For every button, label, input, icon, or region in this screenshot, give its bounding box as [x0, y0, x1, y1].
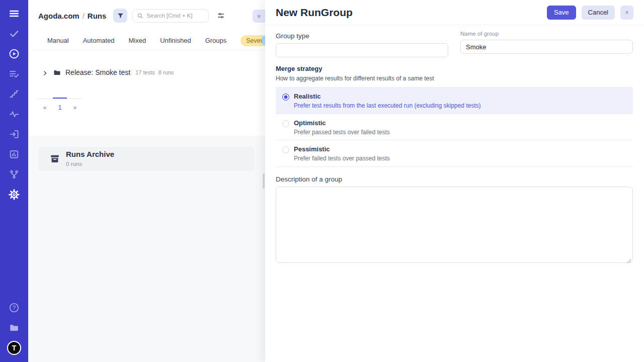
close-button[interactable]: × — [620, 6, 633, 20]
svg-text:?: ? — [13, 305, 16, 311]
option-realistic[interactable]: Realistic Prefer test results from the l… — [276, 87, 633, 114]
app-sidebar: ? T — [0, 0, 28, 362]
merge-strategy-options: Realistic Prefer test results from the l… — [276, 87, 633, 167]
runs-archive-row[interactable]: Runs Archive 0 runs — [38, 147, 255, 171]
pagination: « 1 » — [37, 104, 265, 111]
runs-header: Agoda.com/Runs × — [29, 0, 265, 31]
sliders-icon — [217, 12, 225, 20]
archive-count: 0 runs — [66, 161, 82, 167]
option-description: Prefer failed tests over passed tests — [294, 155, 390, 162]
merge-strategy-hint: How to aggregate results for different r… — [276, 75, 633, 82]
breadcrumb-separator: / — [83, 12, 85, 20]
merge-strategy-label: Merge strategy — [276, 65, 633, 72]
archive-box-icon — [49, 153, 60, 164]
run-group-row[interactable]: Release: Smoke test 17 tests 8 runs — [29, 66, 265, 79]
pagination-prev-button[interactable]: « — [37, 104, 52, 111]
filter-tab-unfinished[interactable]: Unfinished — [160, 37, 191, 44]
settings-gear-icon[interactable] — [8, 189, 20, 201]
group-name-label: Name of group — [460, 31, 633, 37]
clipped-filter-badge[interactable] — [262, 36, 265, 45]
form-header: New RunGroup Save Cancel × — [265, 0, 644, 25]
search-input[interactable] — [146, 13, 203, 19]
scrollbar-thumb[interactable] — [263, 173, 265, 189]
run-group-tests-count: 17 tests — [135, 69, 155, 75]
radio-unchecked-icon[interactable] — [282, 146, 289, 153]
option-description: Prefer passed tests over failed tests — [294, 129, 390, 136]
new-rungroup-panel: New RunGroup Save Cancel × Group type Na… — [265, 0, 644, 362]
adjustments-button[interactable] — [215, 10, 227, 22]
panel-close-button[interactable]: × — [253, 10, 265, 23]
form-body: Group type Name of group Merge strategy … — [265, 25, 644, 263]
breadcrumb: Agoda.com/Runs — [38, 12, 106, 20]
group-type-field: Group type — [276, 29, 448, 57]
filter-tab-mixed[interactable]: Mixed — [129, 37, 146, 44]
page-title: New RunGroup — [276, 7, 547, 19]
save-button[interactable]: Save — [547, 6, 576, 20]
description-textarea[interactable] — [276, 187, 633, 263]
test-plans-icon[interactable] — [8, 68, 20, 80]
breadcrumb-project[interactable]: Agoda.com — [38, 12, 79, 20]
filter-tab-manual[interactable]: Manual — [47, 37, 69, 44]
runs-icon[interactable] — [8, 48, 20, 60]
radio-checked-icon[interactable] — [282, 94, 289, 101]
branches-icon[interactable] — [8, 168, 20, 180]
group-name-input[interactable] — [460, 40, 633, 54]
steps-icon[interactable] — [8, 88, 20, 100]
radio-unchecked-icon[interactable] — [282, 120, 289, 127]
option-description: Prefer test results from the last execut… — [294, 102, 481, 109]
archive-title: Runs Archive — [66, 150, 114, 158]
runs-list-panel: Agoda.com/Runs × Manual Automated Mixed … — [28, 0, 265, 362]
runs-filter-bar: Manual Automated Mixed Unfinished Groups… — [29, 31, 265, 50]
filter-button[interactable] — [113, 9, 127, 23]
funnel-icon — [117, 12, 124, 20]
import-icon[interactable] — [8, 128, 20, 140]
filter-tab-automated[interactable]: Automated — [83, 37, 115, 44]
pagination-page-1[interactable]: 1 — [52, 104, 67, 111]
help-icon[interactable]: ? — [8, 302, 20, 314]
option-title: Optimistic — [294, 119, 390, 127]
breadcrumb-page: Runs — [88, 12, 107, 20]
option-title: Realistic — [294, 93, 481, 100]
reports-icon[interactable] — [8, 148, 20, 160]
folder-icon — [53, 68, 61, 77]
menu-icon[interactable] — [8, 8, 20, 20]
option-optimistic[interactable]: Optimistic Prefer passed tests over fail… — [276, 114, 633, 141]
description-label: Description of a group — [276, 175, 633, 183]
pulse-icon[interactable] — [8, 108, 20, 120]
group-type-label: Group type — [276, 32, 448, 40]
search-icon — [137, 13, 143, 19]
filter-tab-groups[interactable]: Groups — [205, 37, 227, 44]
user-avatar[interactable]: T — [7, 341, 21, 355]
run-group-name[interactable]: Release: Smoke test — [65, 68, 130, 76]
pagination-track — [37, 99, 83, 99]
tests-icon[interactable] — [8, 28, 20, 40]
archive-section: Runs Archive 0 runs — [29, 136, 265, 362]
option-pessimistic[interactable]: Pessimistic Prefer failed tests over pas… — [276, 140, 633, 167]
option-title: Pessimistic — [294, 145, 390, 153]
pagination-next-button[interactable]: » — [67, 104, 83, 111]
chevron-right-icon[interactable] — [42, 69, 48, 76]
group-type-input[interactable] — [276, 43, 448, 57]
pagination-active-indicator — [53, 98, 67, 99]
group-name-field: Name of group — [460, 29, 633, 57]
cancel-button[interactable]: Cancel — [582, 6, 615, 20]
search-box[interactable] — [132, 9, 209, 23]
run-group-runs-count: 8 runs — [158, 69, 174, 75]
projects-folder-icon[interactable] — [8, 322, 20, 334]
avatar-letter: T — [12, 344, 17, 352]
